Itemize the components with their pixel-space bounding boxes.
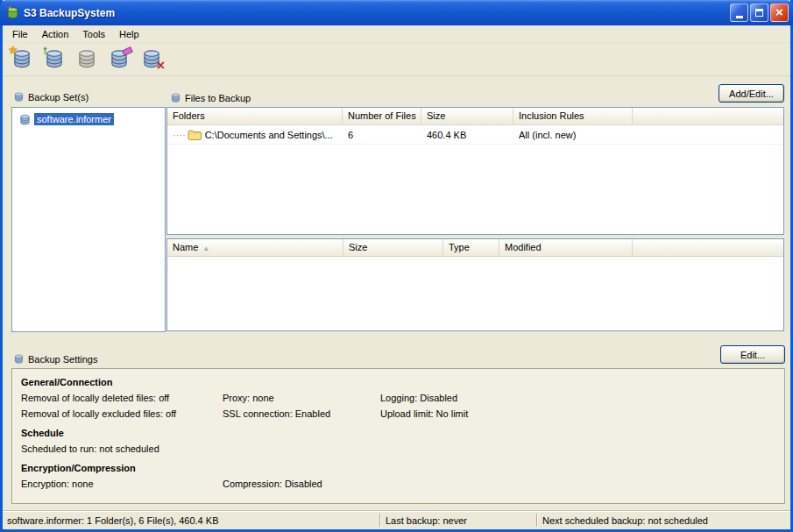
folders-table: FoldersNumber of FilesSizeInclusion Rule… (166, 107, 784, 235)
stop-backup-icon (75, 47, 98, 72)
backup-sets-list[interactable]: software.informer (11, 107, 166, 332)
folder-icon (188, 129, 202, 140)
column-header-name[interactable]: Name▲ (167, 239, 343, 256)
delete-backup-set-icon (140, 47, 163, 72)
delete-backup-set-button[interactable]: × (138, 46, 165, 74)
backup-sets-icon (13, 91, 25, 103)
start-backup-button[interactable]: ↑ (41, 46, 67, 74)
new-backup-set-icon (11, 47, 33, 72)
files-to-backup-header: Files to Backup (170, 92, 251, 103)
column-header-number-of-files[interactable]: Number of Files (343, 108, 421, 124)
tree-expand-dots: ···· (173, 130, 186, 140)
app-icon (5, 5, 20, 20)
menu-item-action[interactable]: Action (35, 26, 76, 42)
stop-backup-button[interactable] (74, 46, 100, 74)
settings-row: Scheduled to run: not scheduled (21, 441, 775, 457)
clean-backup-icon (108, 47, 131, 72)
table-body: ···· C:\Documents and Settings\...6460.4… (167, 125, 783, 145)
add-edit-button[interactable]: Add/Edit... (719, 84, 784, 103)
column-header-filler (633, 108, 783, 124)
settings-row: Removal of locally deleted files: offPro… (21, 390, 775, 406)
backup-set-icon (18, 113, 32, 126)
settings-section-title: Encryption/Compression (21, 463, 775, 473)
files-table: Name▲SizeTypeModified (166, 238, 784, 331)
settings-section-title: General/Connection (21, 377, 775, 387)
clean-backup-button[interactable] (106, 46, 132, 74)
backup-sets-header: Backup Set(s) (13, 91, 89, 103)
new-backup-set-button[interactable]: ★ (9, 46, 35, 74)
minimize-icon (736, 16, 743, 18)
toolbar: ★ ↑ × (3, 44, 790, 76)
files-to-backup-icon (170, 92, 181, 103)
column-header-size[interactable]: Size (421, 108, 513, 124)
settings-row: Encryption: noneCompression: Disabled (21, 476, 775, 492)
files-to-backup-title: Files to Backup (185, 93, 251, 103)
menu-item-help[interactable]: Help (112, 26, 146, 42)
window-title: S3 BackupSystem (24, 7, 728, 19)
start-backup-icon (43, 47, 66, 72)
backup-settings-header: Backup Settings (13, 353, 98, 365)
setting-value: Scheduled to run: not scheduled (21, 441, 223, 457)
backup-settings-content: General/ConnectionRemoval of locally del… (11, 368, 785, 504)
menu-item-file[interactable]: File (5, 26, 35, 42)
backup-set-label: software.informer (34, 113, 114, 125)
table-cell: ···· C:\Documents and Settings\... (167, 129, 343, 140)
setting-value: Compression: Disabled (223, 476, 380, 492)
edit-settings-button[interactable]: Edit... (720, 345, 785, 364)
table-cell: All (incl. new) (513, 130, 633, 140)
settings-row: Removal of locally excluded files: offSS… (21, 406, 775, 422)
settings-section-title: Schedule (21, 428, 775, 438)
title-bar[interactable]: S3 BackupSystem × (0, 0, 793, 25)
setting-value: SSL connection: Enabled (223, 406, 380, 422)
status-bar: software.informer: 1 Folder(s), 6 File(s… (3, 510, 790, 529)
backup-settings-icon (13, 353, 25, 365)
backup-settings-title: Backup Settings (28, 354, 98, 365)
column-header-folders[interactable]: Folders (167, 108, 343, 124)
setting-value: Encryption: none (21, 476, 223, 492)
folder-path: C:\Documents and Settings\... (205, 130, 333, 140)
setting-value: Upload limit: No limit (380, 406, 775, 422)
column-header-inclusion-rules[interactable]: Inclusion Rules (513, 108, 633, 124)
window-controls: × (728, 4, 789, 22)
setting-value: Removal of locally excluded files: off (21, 406, 223, 422)
table-cell: 6 (343, 130, 421, 140)
column-header-type[interactable]: Type (443, 239, 499, 256)
close-button[interactable]: × (770, 4, 789, 22)
status-selection-info: software.informer: 1 Folder(s), 6 File(s… (3, 515, 379, 526)
column-header-modified[interactable]: Modified (499, 239, 633, 256)
status-last-backup: Last backup: never (381, 515, 536, 526)
setting-value: Logging: Disabled (380, 390, 775, 406)
column-header-size[interactable]: Size (343, 239, 443, 256)
setting-value: Removal of locally deleted files: off (21, 390, 223, 406)
minimize-button[interactable] (730, 4, 748, 22)
setting-value: Proxy: none (223, 390, 380, 406)
app-window: S3 BackupSystem × FileActionToolsHelp ★ … (0, 0, 793, 532)
table-cell: 460.4 KB (421, 130, 513, 140)
backup-set-item[interactable]: software.informer (12, 111, 165, 127)
status-next-backup: Next scheduled backup: not scheduled (538, 515, 790, 526)
table-row[interactable]: ···· C:\Documents and Settings\...6460.4… (167, 125, 783, 145)
sort-asc-icon: ▲ (202, 245, 209, 252)
menu-bar: FileActionToolsHelp (3, 25, 790, 43)
maximize-button[interactable] (750, 4, 768, 22)
column-header-filler (633, 239, 783, 256)
close-icon: × (775, 5, 783, 18)
maximize-icon (755, 9, 763, 17)
menu-item-tools[interactable]: Tools (75, 26, 112, 42)
backup-sets-title: Backup Set(s) (28, 92, 89, 103)
